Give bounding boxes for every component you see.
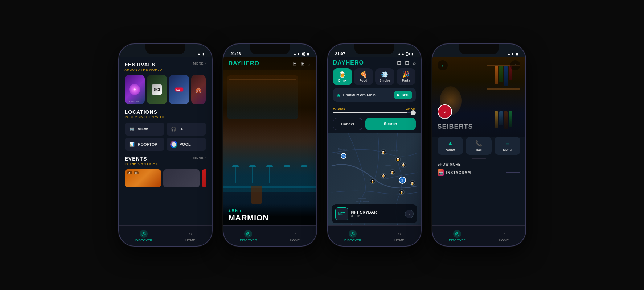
- location-rooftop-btn[interactable]: 📊 ROOFTOP: [125, 138, 164, 151]
- location-dj-btn[interactable]: 🎧 DJ: [167, 123, 206, 136]
- search-button[interactable]: Search: [365, 118, 416, 130]
- cat-tab-smoke[interactable]: 💨 Smoke: [375, 68, 395, 85]
- battery-icon-4: ▮: [516, 52, 518, 56]
- map-pin-6: ◎: [399, 177, 406, 184]
- nav-discover-1[interactable]: ◎ DISCOVER: [135, 230, 152, 242]
- radius-row: RADIUS 20 KM: [328, 107, 421, 112]
- instagram-label[interactable]: 📷 INSTAGRAM: [438, 169, 471, 176]
- festival-card-4[interactable]: 🎪: [191, 75, 206, 104]
- festivals-section-header: FESTIVALS AROUND THE WORLD MORE ›: [125, 62, 206, 71]
- phone-notch-3: [354, 44, 394, 54]
- nav-home-1[interactable]: ○ HOME: [185, 230, 195, 242]
- home-icon-2: ○: [291, 230, 299, 238]
- grid-icon-2[interactable]: ⊞: [300, 61, 305, 66]
- cat-tab-food[interactable]: 🍕 Food: [354, 68, 373, 85]
- home-label-4: HOME: [499, 239, 509, 242]
- bar-name: MARMION: [229, 213, 311, 223]
- discover-label-3: DISCOVER: [344, 239, 361, 242]
- bookmark-icon-3[interactable]: ⊟: [397, 60, 401, 66]
- search-icon-3[interactable]: ⌕: [413, 60, 416, 66]
- bar-shelf-line: [229, 79, 296, 80]
- share-button[interactable]: ↑: [510, 60, 520, 70]
- header-icons-2: ⊟ ⊞ ⌕: [292, 61, 311, 66]
- status-icons-3: ▲▲ ))) ▮: [398, 52, 414, 56]
- bottom-nav-1: ◎ DISCOVER ○ HOME: [119, 225, 212, 246]
- map-pin-1: 🍺: [381, 149, 386, 155]
- events-title: EVENTS: [125, 156, 158, 162]
- call-button[interactable]: 📞 Call: [466, 137, 492, 155]
- festival-card-1[interactable]: ✦ SUNNY HILL: [125, 75, 145, 104]
- bar-photo: [223, 57, 316, 225]
- fest-logo-1: ✦: [129, 84, 140, 95]
- location-pin-icon: ◉: [337, 92, 340, 98]
- cancel-button[interactable]: Cancel: [333, 118, 362, 130]
- phone3-content: DAYHERO ⊟ ⊞ ⌕ 🍺 Drink 🍕 Food: [328, 57, 421, 225]
- instagram-text: INSTAGRAM: [446, 171, 471, 175]
- grid-icon-3[interactable]: ⊞: [405, 60, 409, 66]
- map-label-1: Naturpark: [338, 148, 346, 150]
- nav-home-4[interactable]: ○ HOME: [499, 230, 509, 242]
- stool-5: [301, 165, 307, 183]
- cat-tab-drink[interactable]: 🍺 Drink: [333, 68, 352, 85]
- fest-badge-3: EXIT: [175, 88, 184, 92]
- status-time-3: 21:07: [335, 51, 345, 56]
- bar-distance: 2.6 km: [229, 208, 311, 212]
- pool-label: POOL: [180, 142, 191, 146]
- discover-icon-3: ◎: [349, 230, 357, 238]
- chair-silhouette: [251, 186, 262, 204]
- nav-home-2[interactable]: ○ HOME: [290, 230, 300, 242]
- location-input[interactable]: ◉ Frankfurt am Main ▶ GPS: [333, 88, 416, 102]
- nav-discover-2[interactable]: ◎ DISCOVER: [240, 230, 257, 242]
- events-strip: MX KS: [125, 169, 206, 187]
- event-card-1[interactable]: MX KS: [125, 169, 161, 187]
- menu-button[interactable]: ≡ Menu: [495, 137, 520, 155]
- map-pin-7: 🍺: [370, 178, 376, 184]
- festivals-more[interactable]: MORE ›: [193, 62, 206, 65]
- home-label-2: HOME: [290, 239, 300, 242]
- map-label-4: Frankfurt: [358, 197, 366, 199]
- battery-icon-3: ▮: [411, 52, 414, 56]
- festival-card-2[interactable]: SCI: [147, 75, 167, 104]
- instagram-icon: 📷: [438, 169, 444, 176]
- phone-detail: ▲▲ ▮ ‹ ↑: [432, 44, 526, 246]
- festivals-subtitle: AROUND THE WORLD: [125, 68, 162, 71]
- event-card-3[interactable]: [202, 169, 206, 187]
- events-section-header: EVENTS IN THE SPOTLIGHT MORE ›: [125, 156, 206, 166]
- info-name: NFT SKYBAR: [351, 210, 402, 214]
- gps-button[interactable]: ▶ GPS: [394, 91, 412, 99]
- shelf-2: [487, 88, 520, 90]
- detail-header: ‹ ↑: [432, 57, 525, 73]
- radius-fill: [333, 112, 407, 113]
- map-pin-4: 🍺: [390, 169, 395, 175]
- smoke-label: Smoke: [380, 79, 390, 82]
- status-time-2: 21:26: [231, 51, 241, 56]
- instagram-row: 📷 INSTAGRAM: [438, 169, 520, 176]
- show-more[interactable]: SHOW MORE: [438, 162, 520, 166]
- event-card-2[interactable]: [163, 169, 200, 187]
- radius-slider[interactable]: [333, 112, 416, 113]
- location-view-btn[interactable]: 🥽 VIEW: [125, 123, 164, 136]
- home-label-3: HOME: [394, 239, 404, 242]
- back-button[interactable]: ‹: [438, 60, 448, 70]
- action-row: ▲ Route 📞 Call ≡ Menu: [438, 137, 520, 155]
- nav-discover-4[interactable]: ◎ DISCOVER: [449, 230, 466, 242]
- info-arrow[interactable]: ›: [405, 210, 414, 218]
- locations-subtitle: IN COMBINATION WITH: [125, 115, 164, 119]
- bottle-shelf: [487, 65, 520, 123]
- events-more[interactable]: MORE ›: [193, 156, 206, 160]
- party-emoji: 🎉: [402, 71, 410, 78]
- event-tag-2: KS: [134, 171, 139, 174]
- location-pool-btn[interactable]: ⬤ POOL: [167, 138, 206, 151]
- pool-icon: ⬤: [170, 141, 177, 148]
- route-button[interactable]: ▲ Route: [438, 137, 463, 155]
- cat-tab-party[interactable]: 🎉 Party: [397, 68, 415, 85]
- wifi-icon-2: ))): [302, 52, 305, 56]
- drink-emoji: 🍺: [339, 71, 346, 78]
- nav-home-3[interactable]: ○ HOME: [394, 230, 404, 242]
- festival-card-3[interactable]: EXIT: [169, 75, 189, 104]
- menu-icon: ≡: [506, 140, 509, 146]
- bookmark-icon-2[interactable]: ⊟: [292, 61, 297, 66]
- nav-discover-3[interactable]: ◎ DISCOVER: [344, 230, 361, 242]
- search-icon-2[interactable]: ⌕: [308, 61, 311, 66]
- festivals-title-group: FESTIVALS AROUND THE WORLD: [125, 62, 162, 71]
